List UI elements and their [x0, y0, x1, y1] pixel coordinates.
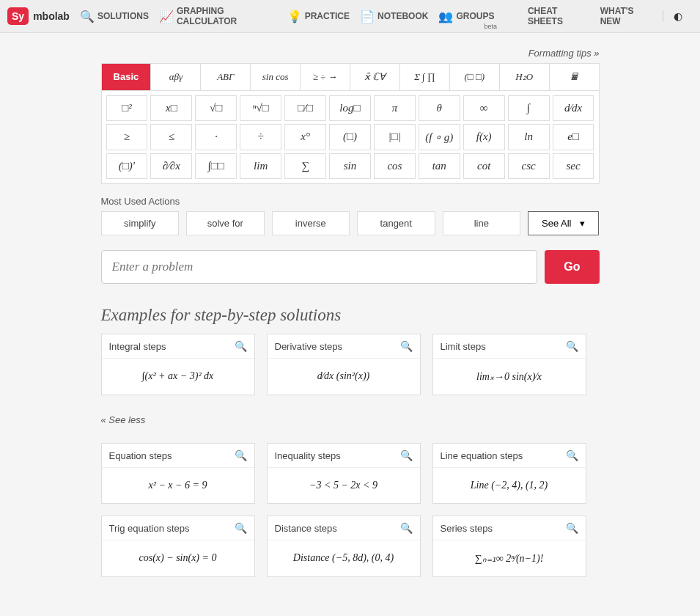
example-expression: d⁄dx (sin²(x)) — [268, 359, 420, 394]
keypad: □²x□√□ⁿ√□□⁄□log□πθ∞∫d⁄dx≥≤·÷x°(□)|□|(f ∘… — [101, 91, 600, 184]
example-card[interactable]: Derivative steps🔍d⁄dx (sin²(x)) — [267, 334, 421, 395]
keypad-key[interactable]: □⁄□ — [284, 95, 326, 121]
tab-calculus[interactable]: Σ ∫ ∏ — [400, 64, 450, 90]
tab-basic[interactable]: Basic — [102, 64, 152, 90]
nav-notebook-label: NOTEBOOK — [377, 11, 428, 21]
actions-label: Most Used Actions — [101, 196, 600, 207]
search-icon[interactable]: 🔍 — [566, 340, 578, 352]
action-tangent[interactable]: tangent — [357, 211, 435, 235]
example-card[interactable]: Equation steps🔍x² − x − 6 = 9 — [101, 443, 255, 504]
see-less-link[interactable]: « See less — [101, 414, 600, 425]
example-card[interactable]: Line equation steps🔍Line (−2, 4), (1, 2) — [432, 443, 586, 504]
example-card[interactable]: Distance steps🔍Distance (−5, 8d), (0, 4) — [267, 516, 421, 577]
keypad-key[interactable]: ln — [508, 124, 550, 150]
keypad-key[interactable]: θ — [419, 95, 460, 121]
example-title: Inequality steps — [275, 450, 341, 461]
keypad-key[interactable]: |□| — [374, 124, 416, 150]
example-expression: ∫(x² + ax − 3)² dx — [102, 359, 254, 394]
keypad-key[interactable]: csc — [508, 153, 550, 179]
search-icon[interactable]: 🔍 — [235, 340, 247, 352]
input-row: Go — [101, 250, 600, 284]
nav-graphing[interactable]: 📈GRAPHING CALCULATOR — [159, 6, 277, 26]
action-inverse[interactable]: inverse — [272, 211, 350, 235]
keypad-key[interactable]: d⁄dx — [553, 95, 594, 121]
see-all-label: See All — [542, 218, 571, 229]
nav-groups[interactable]: 👥GROUPS — [438, 10, 494, 23]
keypad-key[interactable]: ∂⁄∂x — [150, 153, 192, 179]
keypad-key[interactable]: ∞ — [463, 95, 505, 121]
search-icon[interactable]: 🔍 — [400, 522, 413, 534]
logo-rest[interactable]: mbolab — [33, 10, 70, 22]
tab-greek-lower[interactable]: αβγ — [151, 64, 201, 90]
keypad-key[interactable]: ∫□□ — [195, 153, 237, 179]
keypad-key[interactable]: ⁿ√□ — [240, 95, 281, 121]
keypad-key[interactable]: cot — [463, 153, 505, 179]
keypad-key[interactable]: x□ — [150, 95, 192, 121]
chart-icon: 📈 — [159, 10, 174, 23]
search-icon[interactable]: 🔍 — [566, 450, 578, 461]
nav-practice[interactable]: 💡PRACTICE — [287, 10, 350, 23]
keypad-key[interactable]: ≤ — [150, 124, 192, 150]
keypad-key[interactable]: · — [195, 124, 237, 150]
problem-input[interactable] — [101, 250, 538, 284]
keypad-key[interactable]: sin — [329, 153, 371, 179]
example-title: Equation steps — [109, 450, 172, 461]
nav-whats-new[interactable]: WHAT'S NEW — [600, 6, 652, 26]
keypad-key[interactable]: cos — [374, 153, 416, 179]
tab-trig[interactable]: sin cos — [251, 64, 301, 90]
tab-calculator[interactable]: 🖩 — [550, 64, 599, 90]
example-card[interactable]: Trig equation steps🔍cos(x) − sin(x) = 0 — [101, 516, 255, 577]
example-title: Derivative steps — [275, 341, 342, 352]
keypad-key[interactable]: π — [374, 95, 416, 121]
keypad-key[interactable]: ∫ — [508, 95, 550, 121]
keypad-key[interactable]: (f ∘ g) — [419, 124, 460, 150]
keypad-key[interactable]: sec — [553, 153, 594, 179]
example-card[interactable]: Limit steps🔍limₓ→0 sin(x)⁄x — [432, 334, 586, 395]
nav-cheat-sheets[interactable]: CHEAT SHEETS — [528, 6, 590, 26]
keypad-key[interactable]: √□ — [195, 95, 237, 121]
action-simplify[interactable]: simplify — [101, 211, 180, 235]
example-expression: cos(x) − sin(x) = 0 — [102, 540, 254, 576]
keypad-key[interactable]: lim — [240, 153, 281, 179]
tab-operators[interactable]: ≥ ÷ → — [301, 64, 350, 90]
top-nav: Sy mbolab 🔍SOLUTIONS 📈GRAPHING CALCULATO… — [0, 0, 700, 33]
logo-box[interactable]: Sy — [7, 7, 29, 25]
search-icon[interactable]: 🔍 — [400, 450, 413, 461]
formatting-tips-link[interactable]: Formatting tips » — [101, 48, 600, 59]
keypad-key[interactable]: x° — [284, 124, 326, 150]
search-icon[interactable]: 🔍 — [400, 340, 413, 352]
example-card[interactable]: Series steps🔍∑ₙ₌₁∞ 2ⁿ⁄(n−1)! — [432, 516, 586, 577]
examples-grid: Integral steps🔍∫(x² + ax − 3)² dxDerivat… — [101, 334, 600, 577]
nav-solutions-label: SOLUTIONS — [97, 11, 149, 21]
action-line[interactable]: line — [443, 211, 521, 235]
keypad-key[interactable]: ∑ — [284, 153, 326, 179]
search-icon[interactable]: 🔍 — [566, 522, 578, 534]
action-solve-for[interactable]: solve for — [186, 211, 265, 235]
keypad-key[interactable]: e□ — [553, 124, 594, 150]
keypad-tabs: Basic αβγ ABΓ sin cos ≥ ÷ → x̄ ℂ∀ Σ ∫ ∏ … — [101, 63, 600, 91]
nav-notebook[interactable]: 📄NOTEBOOK — [360, 10, 428, 23]
keypad-key[interactable]: f(x) — [463, 124, 505, 150]
go-button[interactable]: Go — [545, 250, 599, 284]
keypad-key[interactable]: □² — [106, 95, 148, 121]
keypad-key[interactable]: (□) — [329, 124, 371, 150]
keypad-key[interactable]: ÷ — [240, 124, 281, 150]
theme-toggle-icon[interactable]: ◐ — [663, 10, 693, 22]
tab-sets[interactable]: x̄ ℂ∀ — [350, 64, 400, 90]
keypad-key[interactable]: (□)' — [106, 153, 148, 179]
example-card[interactable]: Inequality steps🔍−3 < 5 − 2x < 9 — [267, 443, 421, 504]
tab-matrix[interactable]: (□ □) — [450, 64, 500, 90]
example-expression: limₓ→0 sin(x)⁄x — [433, 359, 586, 395]
keypad-key[interactable]: ≥ — [106, 124, 148, 150]
example-card[interactable]: Integral steps🔍∫(x² + ax − 3)² dx — [101, 334, 255, 395]
notebook-icon: 📄 — [360, 10, 375, 23]
nav-solutions[interactable]: 🔍SOLUTIONS — [80, 10, 149, 23]
example-title: Line equation steps — [441, 450, 523, 461]
keypad-key[interactable]: tan — [419, 153, 460, 179]
keypad-key[interactable]: log□ — [329, 95, 371, 121]
search-icon[interactable]: 🔍 — [235, 450, 247, 461]
see-all-button[interactable]: See All▾ — [528, 211, 599, 235]
tab-chemistry[interactable]: H₂O — [500, 64, 550, 90]
search-icon[interactable]: 🔍 — [235, 522, 247, 534]
tab-greek-upper[interactable]: ABΓ — [201, 64, 251, 90]
